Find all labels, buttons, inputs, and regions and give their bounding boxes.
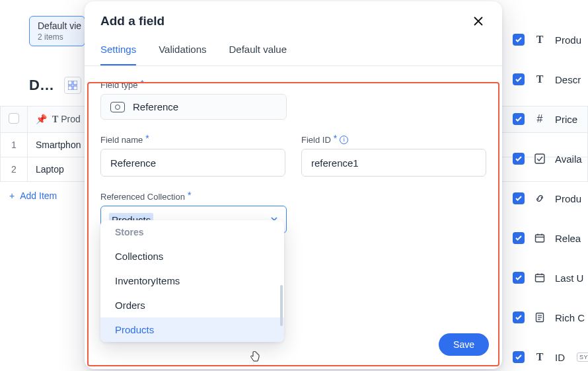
- field-label: ID: [555, 352, 565, 363]
- field-checkbox[interactable]: [513, 351, 525, 363]
- field-id-label: Field ID* i: [301, 134, 486, 145]
- field-name-label: Field name*: [100, 134, 285, 145]
- field-checkbox[interactable]: [513, 113, 525, 125]
- modal-title: Add a field: [100, 14, 165, 28]
- svg-rect-0: [68, 81, 72, 85]
- field-id-input[interactable]: [301, 149, 486, 177]
- tab-validations[interactable]: Validations: [159, 44, 206, 65]
- field-label: Produ: [555, 34, 581, 46]
- field-list-item[interactable]: Rich C: [513, 298, 588, 337]
- field-checkbox[interactable]: [513, 272, 525, 284]
- referenced-collection-label: Referenced Collection*: [100, 191, 287, 202]
- dropdown-group-label: Stores: [100, 220, 284, 244]
- field-checkbox[interactable]: [513, 232, 525, 244]
- info-icon[interactable]: i: [340, 136, 348, 144]
- field-label: Availa: [555, 153, 582, 165]
- field-checkbox[interactable]: [513, 192, 525, 204]
- plus-icon: +: [9, 190, 15, 201]
- doc-icon: [534, 311, 546, 323]
- row-number: 2: [1, 157, 28, 182]
- dropdown-item[interactable]: InventoryItems: [100, 268, 284, 293]
- dropdown-item[interactable]: Orders: [100, 293, 284, 317]
- svg-rect-5: [536, 235, 544, 242]
- fields-panel: TProduTDescr#PriceAvailaProduReleaLast U…: [513, 20, 588, 371]
- svg-rect-4: [535, 154, 544, 163]
- field-label: Relea: [555, 233, 581, 244]
- field-list-item[interactable]: TProdu: [513, 20, 588, 60]
- calendar-icon: [534, 272, 546, 284]
- tab-default-value[interactable]: Default value: [229, 44, 287, 65]
- field-list-item[interactable]: TIDSY: [513, 337, 588, 371]
- collection-title: D…: [29, 77, 55, 94]
- field-checkbox[interactable]: [513, 153, 525, 165]
- dropdown-item[interactable]: Collections: [100, 244, 284, 268]
- field-list-item[interactable]: #Price: [513, 99, 588, 139]
- field-list-item[interactable]: Produ: [513, 179, 588, 218]
- add-item-button[interactable]: + Add Item: [4, 186, 62, 205]
- svg-rect-2: [68, 86, 72, 90]
- text-icon: T: [534, 34, 546, 46]
- field-label: Produ: [555, 193, 581, 204]
- tab-settings[interactable]: Settings: [100, 44, 136, 65]
- calendar-icon: [534, 232, 546, 244]
- field-list-item[interactable]: Last U: [513, 258, 588, 298]
- row-number: 1: [1, 133, 28, 157]
- svg-rect-1: [73, 81, 77, 85]
- field-name-input[interactable]: [100, 149, 285, 177]
- field-label: Rich C: [555, 312, 585, 323]
- header-checkbox-cell[interactable]: [1, 106, 28, 133]
- reference-icon: [110, 102, 125, 112]
- check-icon: [534, 153, 546, 165]
- link-icon: [534, 192, 546, 204]
- dropdown-menu: Stores CollectionsInventoryItemsOrdersPr…: [100, 220, 284, 342]
- view-chip-subtitle: 2 items: [38, 32, 77, 42]
- hash-icon: #: [534, 113, 546, 125]
- view-chip-title: Default vie: [38, 21, 77, 31]
- synced-badge: SY: [577, 352, 588, 362]
- field-label: Last U: [555, 272, 583, 284]
- text-icon: T: [534, 73, 546, 85]
- field-label: Price: [555, 114, 577, 125]
- modal-tabs: Settings Validations Default value: [85, 29, 502, 66]
- add-field-modal: Add a field Settings Validations Default…: [85, 1, 502, 369]
- close-button[interactable]: [470, 13, 486, 29]
- field-type-label: Field type *: [100, 79, 486, 90]
- field-checkbox[interactable]: [513, 34, 525, 46]
- save-button[interactable]: Save: [439, 333, 489, 356]
- field-list-item[interactable]: Availa: [513, 139, 588, 179]
- field-label: Descr: [555, 74, 581, 85]
- svg-rect-9: [536, 274, 544, 282]
- text-icon: T: [534, 351, 546, 363]
- field-list-item[interactable]: Relea: [513, 218, 588, 258]
- svg-rect-3: [73, 86, 77, 90]
- dropdown-item[interactable]: Products: [100, 317, 284, 342]
- field-checkbox[interactable]: [513, 73, 525, 85]
- view-chip[interactable]: Default vie 2 items: [29, 16, 85, 46]
- grid-view-icon[interactable]: [64, 77, 81, 94]
- dropdown-scrollbar[interactable]: [280, 285, 283, 326]
- field-type-selector[interactable]: Reference: [100, 94, 287, 120]
- field-list-item[interactable]: TDescr: [513, 60, 588, 99]
- pin-icon: 📌: [36, 114, 47, 124]
- field-checkbox[interactable]: [513, 311, 525, 323]
